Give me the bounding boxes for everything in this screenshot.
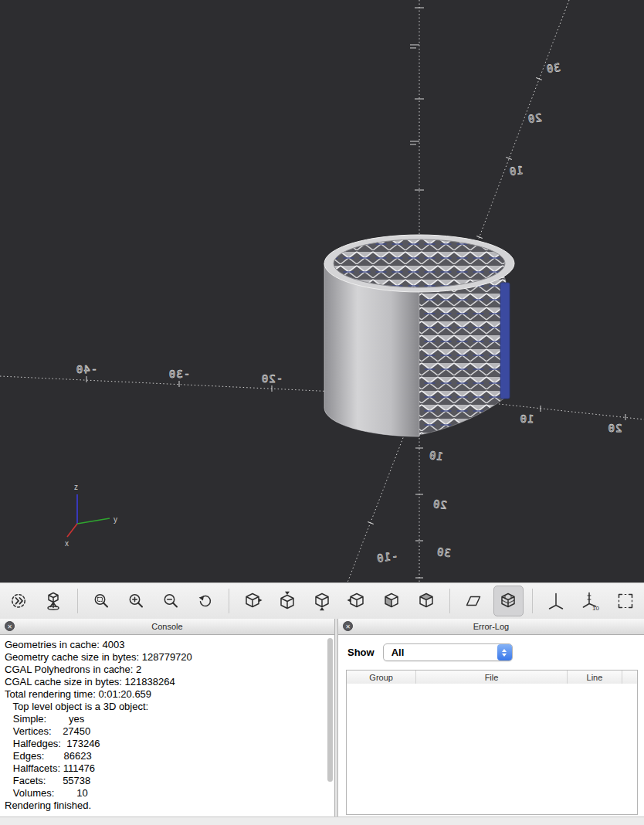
console-text: Geometries in cache: 4003 Geometry cache… <box>0 635 334 812</box>
reset-view-icon <box>195 591 215 611</box>
3d-scene: -10 -20 -30 -40 10 20 10 20 30 10 20 30 … <box>0 0 644 582</box>
orbit-button[interactable] <box>4 586 34 616</box>
error-table-header: GroupFileLine <box>347 671 637 684</box>
toolbar-separator <box>532 589 533 613</box>
axes <box>0 0 644 582</box>
svg-text:-40: -40 <box>76 363 97 375</box>
svg-text:20: 20 <box>432 497 447 511</box>
view-top-icon <box>277 591 297 611</box>
zoom-out-button[interactable] <box>155 586 185 616</box>
error-log-body: Show All GroupFileLine <box>338 635 644 825</box>
3d-viewport[interactable]: -10 -20 -30 -40 10 20 10 20 30 10 20 30 … <box>0 0 644 582</box>
svg-text:20: 20 <box>527 111 543 125</box>
toolbar-separator <box>229 589 229 613</box>
view-right-button[interactable] <box>238 586 268 616</box>
view-front-icon <box>381 591 402 611</box>
view-top-button[interactable] <box>273 586 303 616</box>
thrown-together-button[interactable] <box>493 586 524 616</box>
console-scrollbar[interactable] <box>327 637 334 816</box>
view-left-icon <box>347 591 367 611</box>
orbit-icon <box>8 591 29 611</box>
view-front-button[interactable] <box>376 586 406 616</box>
zoom-in-button[interactable] <box>120 586 151 616</box>
show-scale-markers-icon: 10 <box>581 591 601 611</box>
svg-text:10: 10 <box>520 413 534 425</box>
console-panel: ✕ Console Geometries in cache: 4003 Geom… <box>0 619 335 825</box>
view-bottom-button[interactable] <box>307 586 337 616</box>
svg-text:10: 10 <box>428 449 443 463</box>
column-header-line[interactable]: Line <box>568 671 622 684</box>
show-label: Show <box>347 647 375 658</box>
svg-text:-20: -20 <box>261 372 283 385</box>
error-log-panel: ✕ Error-Log Show All GroupFileLine <box>338 619 644 825</box>
perspective-icon <box>43 591 63 611</box>
toolbar-separator <box>77 589 78 613</box>
zoom-all-button[interactable] <box>86 586 117 616</box>
dropdown-stepper-icon[interactable] <box>497 644 512 660</box>
svg-text:x: x <box>65 539 69 548</box>
close-icon[interactable]: ✕ <box>5 621 15 631</box>
reset-view-button[interactable] <box>190 586 220 616</box>
svg-text:20: 20 <box>608 422 622 434</box>
view-left-button[interactable] <box>341 586 371 616</box>
orientation-triad: z y x <box>65 483 117 548</box>
perspective-button[interactable] <box>39 586 69 616</box>
console-title: Console <box>0 619 334 634</box>
surface-mode-button[interactable] <box>459 586 489 616</box>
svg-text:z: z <box>74 483 78 491</box>
show-scale-markers-button[interactable]: 10 <box>575 586 605 616</box>
error-log-header: ✕ Error-Log <box>338 619 644 635</box>
show-crosshairs-icon <box>615 591 636 611</box>
zoom-all-icon <box>91 591 111 611</box>
show-axes-icon <box>546 591 566 611</box>
thrown-together-icon <box>498 591 518 611</box>
svg-text:-30: -30 <box>168 368 190 380</box>
svg-text:y: y <box>114 515 117 524</box>
view-bottom-icon <box>312 591 332 611</box>
column-header-file[interactable]: File <box>416 671 568 684</box>
error-filter-row: Show All <box>338 635 644 661</box>
chevron-up-icon <box>502 649 507 652</box>
view-toolbar: 10 <box>0 582 644 619</box>
svg-text:30: 30 <box>436 545 451 559</box>
console-output[interactable]: Geometries in cache: 4003 Geometry cache… <box>0 635 334 825</box>
show-axes-button[interactable] <box>541 586 571 616</box>
zoom-in-icon <box>126 591 146 611</box>
view-back-icon <box>416 591 436 611</box>
dropdown-value: All <box>391 647 405 658</box>
cylinder-model <box>324 235 514 436</box>
cut-face-highlight <box>500 283 510 399</box>
window-bottom-strip <box>0 817 644 825</box>
error-filter-dropdown[interactable]: All <box>383 643 513 661</box>
dock-panels: ✕ Console Geometries in cache: 4003 Geom… <box>0 619 644 825</box>
scrollbar-thumb[interactable] <box>327 638 333 782</box>
svg-text:10: 10 <box>508 164 524 178</box>
console-header: ✕ Console <box>0 619 334 635</box>
error-log-title: Error-Log <box>338 619 644 634</box>
error-table-body <box>347 684 637 814</box>
error-table: GroupFileLine <box>346 670 638 815</box>
zoom-out-icon <box>161 591 181 611</box>
view-back-button[interactable] <box>411 586 441 616</box>
svg-text:-10: -10 <box>375 549 398 565</box>
close-icon[interactable]: ✕ <box>343 621 353 631</box>
column-header-group[interactable]: Group <box>347 671 416 684</box>
svg-text:10: 10 <box>592 605 599 612</box>
show-crosshairs-button[interactable] <box>610 586 640 616</box>
chevron-down-icon <box>502 654 507 657</box>
surface-mode-icon <box>463 591 483 611</box>
toolbar-separator <box>449 589 450 613</box>
view-right-icon <box>242 591 263 611</box>
svg-text:30: 30 <box>545 61 561 75</box>
